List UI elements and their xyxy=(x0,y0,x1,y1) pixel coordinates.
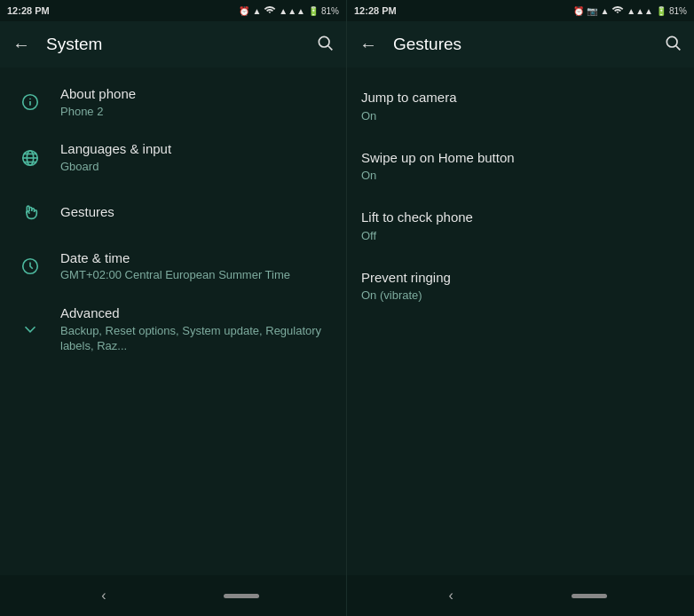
globe-icon xyxy=(14,148,46,168)
swipe-home-label: Swipe up on Home button xyxy=(361,149,680,167)
right-gestures-list: Jump to camera On Swipe up on Home butto… xyxy=(347,67,694,575)
jump-camera-label: Jump to camera xyxy=(361,89,680,107)
setting-item-datetime[interactable]: Date & time GMT+02:00 Central European S… xyxy=(0,239,346,294)
right-signal-bars: ▲▲▲ xyxy=(627,6,653,16)
languages-sublabel: Gboard xyxy=(60,160,332,175)
right-status-bar: 12:28 PM ⏰ 📷 ▲ ▲▲▲ 🔋 81% xyxy=(347,0,694,21)
about-phone-sublabel: Phone 2 xyxy=(60,105,332,120)
gestures-label: Gestures xyxy=(60,203,332,221)
right-battery-percent: 81% xyxy=(669,6,687,16)
setting-item-gestures[interactable]: Gestures xyxy=(0,186,346,239)
svg-point-4 xyxy=(30,99,31,99)
gesture-item-swipe-home[interactable]: Swipe up on Home button On xyxy=(347,135,694,195)
setting-item-about-phone[interactable]: About phone Phone 2 xyxy=(0,75,346,130)
gestures-text: Gestures xyxy=(60,203,332,221)
right-back-nav[interactable]: ‹ xyxy=(434,580,467,611)
jump-camera-sublabel: On xyxy=(361,109,680,122)
left-back-button[interactable]: ← xyxy=(7,35,35,55)
signal-bars-icon: ▲▲▲ xyxy=(279,6,305,16)
alarm-icon: ⏰ xyxy=(239,6,249,16)
battery-icon: 🔋 xyxy=(308,6,319,16)
right-camera-icon: 📷 xyxy=(587,6,597,16)
left-nav-bar: ‹ xyxy=(0,575,346,616)
datetime-label: Date & time xyxy=(60,249,332,267)
prevent-ringing-sublabel: On (vibrate) xyxy=(361,288,680,302)
languages-label: Languages & input xyxy=(60,140,332,158)
right-panel: 12:28 PM ⏰ 📷 ▲ ▲▲▲ 🔋 81% ← Gestures Jump… xyxy=(347,0,694,616)
right-time: 12:28 PM xyxy=(354,5,397,16)
gesture-icon xyxy=(14,202,46,222)
prevent-ringing-label: Prevent ringing xyxy=(361,269,680,287)
right-nav-bar: ‹ xyxy=(347,575,694,616)
right-status-icons: ⏰ 📷 ▲ ▲▲▲ 🔋 81% xyxy=(573,4,687,17)
chevron-down-icon xyxy=(14,320,46,339)
battery-percent: 81% xyxy=(321,6,339,16)
gesture-item-prevent-ringing[interactable]: Prevent ringing On (vibrate) xyxy=(347,255,694,315)
gesture-item-jump-camera[interactable]: Jump to camera On xyxy=(347,75,694,135)
left-page-title: System xyxy=(46,35,300,54)
svg-line-1 xyxy=(328,45,333,50)
svg-line-12 xyxy=(676,45,681,50)
left-search-button[interactable] xyxy=(311,34,339,56)
right-alarm-icon: ⏰ xyxy=(573,6,584,16)
lift-check-label: Lift to check phone xyxy=(361,209,680,226)
about-phone-text: About phone Phone 2 xyxy=(60,85,332,119)
left-toolbar: ← System xyxy=(0,21,346,67)
advanced-text: Advanced Backup, Reset options, System u… xyxy=(60,304,332,353)
languages-text: Languages & input Gboard xyxy=(60,140,332,174)
signal-icon: ▲ xyxy=(252,6,261,16)
left-settings-list: About phone Phone 2 Languages & input Gb… xyxy=(0,67,346,575)
svg-point-0 xyxy=(319,36,329,47)
right-search-button[interactable] xyxy=(659,34,687,56)
about-phone-label: About phone xyxy=(60,85,332,103)
left-status-bar: 12:28 PM ⏰ ▲ ▲▲▲ 🔋 81% xyxy=(0,0,346,21)
advanced-sublabel: Backup, Reset options, System update, Re… xyxy=(60,324,332,354)
clock-icon xyxy=(14,257,46,276)
left-time: 12:28 PM xyxy=(7,5,50,16)
left-status-icons: ⏰ ▲ ▲▲▲ 🔋 81% xyxy=(239,4,339,17)
setting-item-advanced[interactable]: Advanced Backup, Reset options, System u… xyxy=(0,294,346,364)
advanced-label: Advanced xyxy=(60,304,332,322)
right-signal-icon: ▲ xyxy=(600,6,609,16)
setting-item-languages[interactable]: Languages & input Gboard xyxy=(0,130,346,185)
right-home-indicator[interactable] xyxy=(572,594,607,598)
right-toolbar: ← Gestures xyxy=(347,21,694,67)
gesture-item-lift-check[interactable]: Lift to check phone Off xyxy=(347,194,694,255)
lift-check-sublabel: Off xyxy=(361,229,680,242)
left-panel: 12:28 PM ⏰ ▲ ▲▲▲ 🔋 81% ← System xyxy=(0,0,347,616)
right-back-button[interactable]: ← xyxy=(354,35,382,55)
right-page-title: Gestures xyxy=(393,35,648,54)
info-icon xyxy=(14,92,46,112)
datetime-sublabel: GMT+02:00 Central European Summer Time xyxy=(60,268,332,283)
right-wifi-icon xyxy=(611,4,624,17)
swipe-home-sublabel: On xyxy=(361,169,680,182)
left-home-indicator[interactable] xyxy=(224,594,259,598)
svg-point-11 xyxy=(666,36,677,47)
datetime-text: Date & time GMT+02:00 Central European S… xyxy=(60,249,332,283)
wifi-icon xyxy=(264,4,276,17)
left-back-nav[interactable]: ‹ xyxy=(87,580,120,611)
right-battery-icon: 🔋 xyxy=(656,6,666,16)
